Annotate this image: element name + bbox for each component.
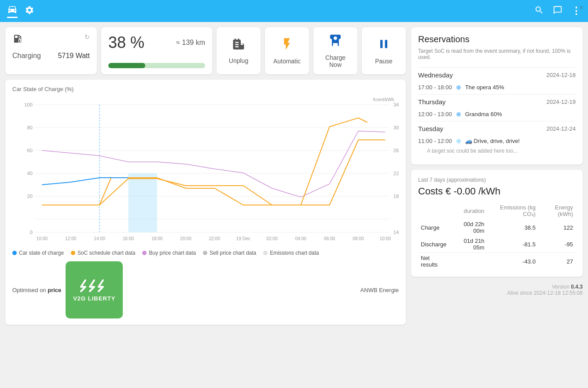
res-date-thursday: 2024-12-19 [547,99,576,105]
res-date-tuesday: 2024-12-24 [547,125,576,132]
chart-title: Car State of Charge (%) [12,86,399,92]
soc-percent: 38 % [108,33,144,52]
svg-text:80: 80 [27,125,32,130]
costs-row-discharge: Discharge 01d 21h 05m -81.5 -95 [418,236,576,253]
svg-text:18: 18 [393,194,399,199]
svg-text:12:00: 12:00 [65,236,77,241]
reservation-day-tuesday: Tuesday 2024-12-24 [418,121,576,136]
soc-card: 38 % ≈ 139 km [101,27,212,74]
reservations-title: Reservations [418,34,576,44]
alive-since: Alive since 2024-12-18 12:55:08 [411,290,583,296]
unplug-label: Unplug [229,57,248,64]
res-day-tuesday: Tuesday [418,125,443,132]
legend-soc-schedule: SoC schedule chart data [71,250,135,256]
legend-car-state-dot [12,251,17,255]
legend-buy-dot [142,251,147,255]
svg-text:08:00: 08:00 [353,236,364,241]
legend-car-state: Car state of charge [12,250,64,256]
res-sub-tuesday: A target soc could be added here too... [418,148,576,157]
chart-footer: Optimised on price V2G LIBERTY ANWB Ener… [12,261,399,318]
res-name-thursday: Grandma 60% [465,111,502,117]
legend-sell-price: Sell price chart data [203,250,256,256]
pause-icon [377,37,391,54]
soc-km: ≈ 139 km [176,39,205,47]
chargenow-icon [328,33,342,51]
reservation-day-thursday: Thursday 2024-12-19 [418,94,576,109]
charge-now-button[interactable]: Charge Now [313,27,357,74]
legend-emissions: Emissions chart data [263,250,319,256]
svg-text:02:00: 02:00 [266,236,278,241]
chat-icon[interactable] [553,5,562,17]
costs-row-charge: Charge 00d 22h 00m 38.5 122 [418,219,576,236]
costs-table-header: duration Emissions (kg CO₂) Energy (kWh) [418,202,576,219]
charging-label: Charging [12,52,41,60]
automatic-icon [280,37,294,54]
legend-emissions-label: Emissions chart data [270,250,319,256]
legend-soc-label: SoC schedule chart data [77,250,135,256]
automatic-label: Automatic [273,58,301,65]
costs-row-discharge-duration: 01d 21h 05m [451,236,487,253]
res-time-wednesday: 17:00 - 18:00 The opera 45% [418,82,576,94]
refresh-icon[interactable]: ↻ [85,33,90,40]
res-name-tuesday: 🚙 Drive, drive, drive! [465,138,520,144]
settings-icon[interactable] [25,5,34,17]
res-dot-thursday [456,112,461,117]
costs-card: Last 7 days (approximations) Costs € -0.… [411,170,583,277]
res-day-wednesday: Wednesday [418,71,453,79]
col-header-emissions: Emissions (kg CO₂) [487,202,538,219]
costs-title: Costs € -0.00 /kWh [418,186,576,197]
costs-row-discharge-emissions: -81.5 [487,236,538,253]
legend-emissions-dot [263,251,268,255]
svg-text:14: 14 [393,230,399,235]
svg-text:18:00: 18:00 [151,236,163,241]
legend-sell-dot [203,251,207,255]
res-time-label-wednesday: 17:00 - 18:00 [418,84,452,91]
legend-buy-label: Buy price chart data [149,250,196,256]
topbar: ⋮ [0,0,588,22]
svg-text:04:00: 04:00 [295,236,307,241]
version-line: Version 0.4.3 [411,284,583,290]
soc-bar [108,63,205,68]
status-row: ↻ Charging 5719 Watt 38 % ≈ 139 km [5,27,406,74]
charging-value: 5719 Watt [58,52,90,60]
left-panel: ↻ Charging 5719 Watt 38 % ≈ 139 km [5,27,406,330]
res-dot-wednesday [456,85,461,90]
svg-text:19 Dec: 19 Dec [236,236,250,241]
svg-text:20: 20 [27,194,32,199]
costs-row-net-label: Net results [418,253,451,270]
costs-row-discharge-label: Discharge [418,236,451,253]
svg-text:10:00: 10:00 [380,236,391,241]
unplug-button[interactable]: Unplug [217,27,261,74]
res-name-wednesday: The opera 45% [465,84,504,91]
v2g-lightning [79,278,110,293]
reservation-day-wednesday: Wednesday 2024-12-18 [418,67,576,82]
svg-text:¢cent/kWh: ¢cent/kWh [373,97,394,102]
res-time-label-thursday: 12:00 - 13:00 [418,111,452,117]
svg-text:30: 30 [393,125,399,130]
automatic-button[interactable]: Automatic [265,27,309,74]
legend-sell-label: Sell price chart data [209,250,256,256]
costs-row-charge-duration: 00d 22h 00m [451,219,487,236]
pause-label: Pause [375,58,393,65]
right-panel: Reservations Target SoC is read from the… [411,27,583,330]
costs-row-discharge-energy: -95 [538,236,576,253]
car-icon[interactable] [7,4,18,18]
svg-text:0: 0 [30,230,33,235]
pause-button[interactable]: Pause [362,27,406,74]
main-content: ↻ Charging 5719 Watt 38 % ≈ 139 km [0,22,588,335]
version-footer: Version 0.4.3 Alive since 2024-12-18 12:… [411,282,583,298]
search-icon[interactable] [534,5,544,17]
col-header-item [418,202,451,219]
costs-row-net-energy: 27 [538,253,576,270]
svg-text:40: 40 [27,171,32,176]
unplug-icon [232,37,245,54]
legend-soc-dot [71,251,75,255]
res-time-tuesday: 11:00 - 12:00 🚙 Drive, drive, drive! [418,136,576,148]
reservations-subtitle: Target SoC is read from the event summar… [418,48,576,60]
svg-text:14:00: 14:00 [94,236,105,241]
svg-text:34: 34 [393,102,399,107]
chart-svg: ¢cent/kWh 100 80 60 40 20 0 [12,96,399,245]
svg-text:22:00: 22:00 [209,236,220,241]
optimised-text: Optimised on price [12,287,61,293]
col-header-energy: Energy (kWh) [538,202,576,219]
